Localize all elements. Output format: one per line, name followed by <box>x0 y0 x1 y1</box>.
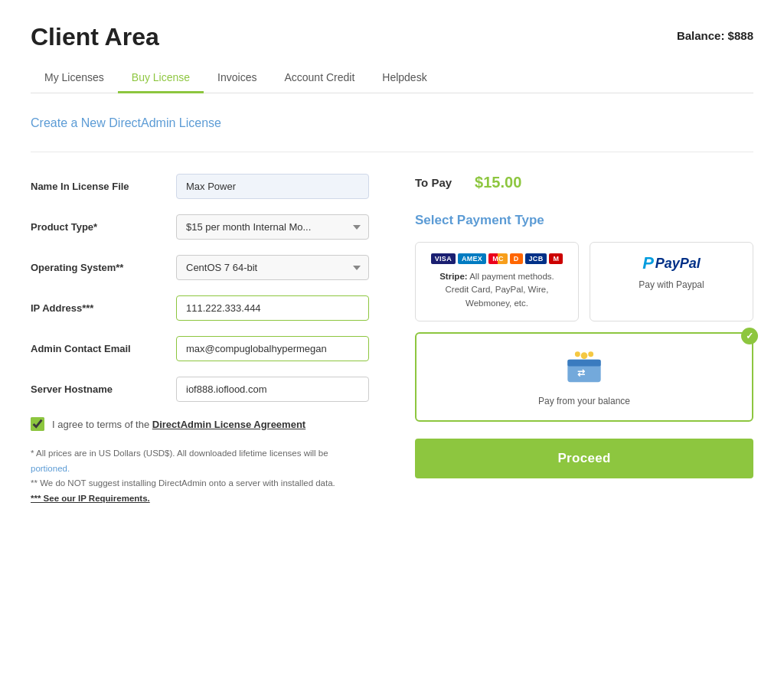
note2: ** We do NOT suggest installing DirectAd… <box>31 476 369 491</box>
page-wrapper: Client Area Balance: $888 My Licenses Bu… <box>0 0 784 682</box>
nav-item-invoices[interactable]: Invoices <box>204 64 270 93</box>
svg-point-5 <box>588 351 593 357</box>
payment-options: VISA AMEX MC D JCB M Stripe: All payment… <box>415 242 753 321</box>
agree-text: I agree to terms of the DirectAdmin Lice… <box>52 419 305 430</box>
stripe-label: Stripe: All payment methods. Credit Card… <box>428 270 566 310</box>
agree-checkbox[interactable] <box>31 417 44 431</box>
page-header: Client Area Balance: $888 <box>31 23 753 51</box>
section-title[interactable]: Create a New DirectAdmin License <box>31 116 753 130</box>
jcb-icon: JCB <box>525 253 547 264</box>
svg-point-3 <box>581 352 588 359</box>
notes: * All prices are in US Dollars (USD$). A… <box>31 446 369 506</box>
os-label: Operating System** <box>31 262 176 273</box>
form-right: To Pay $15.00 Select Payment Type VISA A… <box>415 174 753 506</box>
proceed-button[interactable]: Proceed <box>415 439 753 478</box>
to-pay-row: To Pay $15.00 <box>415 174 753 191</box>
product-select[interactable]: $15 per month Internal Mo... <box>176 214 369 240</box>
paypal-card[interactable]: P PayPal Pay with Paypal <box>590 242 753 321</box>
paypal-text-icon: PayPal <box>655 256 701 272</box>
note1-link[interactable]: portioned. <box>31 464 70 473</box>
os-row: Operating System** CentOS 7 64-bit <box>31 255 369 280</box>
nav-item-helpdesk[interactable]: Helpdesk <box>368 64 440 93</box>
mc-icon: MC <box>488 253 508 264</box>
maestro-icon: M <box>549 253 563 264</box>
hostname-input[interactable] <box>176 377 369 402</box>
balance-pay-label: Pay from your balance <box>429 396 740 406</box>
name-row: Name In License File <box>31 174 369 199</box>
balance-info: Balance: $888 <box>677 29 753 42</box>
balance-label: Balance: $ <box>677 29 734 42</box>
svg-point-4 <box>575 351 580 357</box>
product-label: Product Type* <box>31 221 176 233</box>
svg-rect-1 <box>567 360 600 367</box>
form-layout: Name In License File Product Type* $15 p… <box>31 174 753 506</box>
selected-check-badge: ✓ <box>741 328 758 344</box>
wallet-icon: ⇄ <box>429 348 740 391</box>
product-row: Product Type* $15 per month Internal Mo.… <box>31 214 369 240</box>
ip-row: IP Address*** <box>31 295 369 321</box>
nav-item-account-credit[interactable]: Account Credit <box>270 64 368 93</box>
name-label: Name In License File <box>31 181 176 192</box>
name-input[interactable] <box>176 174 369 199</box>
email-label: Admin Contact Email <box>31 343 176 354</box>
note1: * All prices are in US Dollars (USD$). A… <box>31 446 369 476</box>
svg-text:⇄: ⇄ <box>577 367 585 377</box>
email-input[interactable] <box>176 336 369 361</box>
section-divider <box>31 152 753 152</box>
hostname-label: Server Hostname <box>31 383 176 395</box>
note3-link[interactable]: *** See our IP Requirements. <box>31 494 150 503</box>
email-row: Admin Contact Email <box>31 336 369 361</box>
amex-icon: AMEX <box>458 253 486 264</box>
paypal-logo: P PayPal <box>603 253 740 273</box>
hostname-row: Server Hostname <box>31 377 369 402</box>
agree-row: I agree to terms of the DirectAdmin Lice… <box>31 417 369 431</box>
visa-icon: VISA <box>431 253 456 264</box>
ip-input[interactable] <box>176 295 369 321</box>
agree-link[interactable]: DirectAdmin License Agreement <box>152 419 305 430</box>
payment-type-title: Select Payment Type <box>415 213 753 228</box>
stripe-icons: VISA AMEX MC D JCB M <box>428 253 566 264</box>
paypal-p-icon: P <box>642 253 654 273</box>
wallet-svg: ⇄ <box>564 348 604 384</box>
page-title: Client Area <box>31 23 159 51</box>
form-left: Name In License File Product Type* $15 p… <box>31 174 369 506</box>
note3: *** See our IP Requirements. <box>31 491 369 507</box>
nav-item-my-licenses[interactable]: My Licenses <box>31 64 118 93</box>
to-pay-label: To Pay <box>415 176 452 189</box>
stripe-card[interactable]: VISA AMEX MC D JCB M Stripe: All payment… <box>415 242 579 321</box>
balance-amount: 888 <box>734 29 753 42</box>
os-select[interactable]: CentOS 7 64-bit <box>176 255 369 280</box>
to-pay-amount: $15.00 <box>475 174 521 191</box>
nav-item-buy-license[interactable]: Buy License <box>118 64 204 93</box>
balance-card[interactable]: ✓ ⇄ Pay from your balance <box>415 332 753 422</box>
main-nav: My Licenses Buy License Invoices Account… <box>31 64 753 93</box>
paypal-label: Pay with Paypal <box>603 279 740 290</box>
discover-icon: D <box>510 253 523 264</box>
ip-label: IP Address*** <box>31 302 176 314</box>
